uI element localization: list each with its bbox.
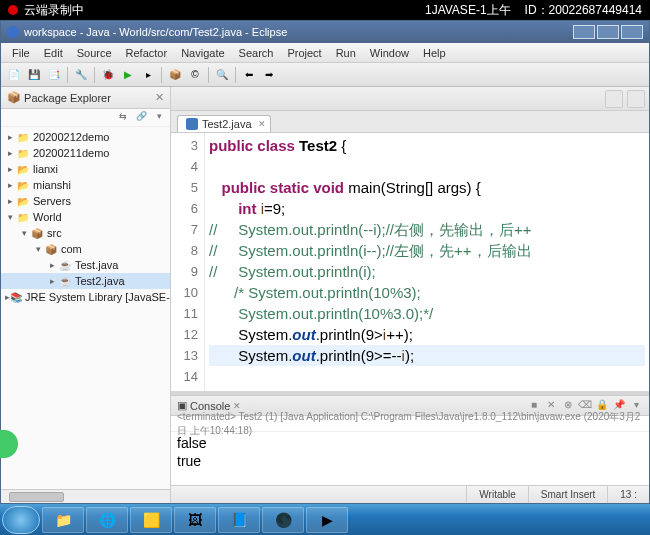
editor-tabs: Test2.java ✕ [171, 111, 649, 133]
console-process-info: <terminated> Test2 (1) [Java Application… [171, 416, 649, 432]
titlebar[interactable]: workspace - Java - World/src/com/Test2.j… [1, 21, 649, 43]
debug-icon[interactable]: 🐞 [99, 66, 117, 84]
tree-item[interactable]: ▾📦src [1, 225, 170, 241]
perspective-bar [171, 87, 649, 111]
menubar: FileEditSourceRefactorNavigateSearchProj… [1, 43, 649, 63]
menu-help[interactable]: Help [416, 45, 453, 61]
start-button[interactable] [2, 506, 40, 534]
menu-refactor[interactable]: Refactor [119, 45, 175, 61]
windows-taskbar: 📁 🌐 🟨 🖼 📘 🌑 ▶ [0, 504, 650, 535]
recording-banner: 云端录制中 1JAVASE-1上午 ID：20022687449414 [0, 0, 650, 20]
window-title: workspace - Java - World/src/com/Test2.j… [24, 26, 287, 38]
taskbar-picpick[interactable]: 🖼 [174, 507, 216, 533]
view-icon: 📦 [7, 91, 21, 104]
java-persp-icon[interactable] [627, 90, 645, 108]
horizontal-scrollbar[interactable] [1, 489, 170, 503]
menu-edit[interactable]: Edit [37, 45, 70, 61]
menu-project[interactable]: Project [280, 45, 328, 61]
taskbar-app1[interactable]: 🟨 [130, 507, 172, 533]
forward-icon[interactable]: ➡ [260, 66, 278, 84]
tree-item[interactable]: ▸📚JRE System Library [JavaSE-1 [1, 289, 170, 305]
tree-item[interactable]: ▸📁20200212demo [1, 129, 170, 145]
toolbar: 📄 💾 📑 🔧 🐞 ▶ ▸ 📦 © 🔍 ⬅ ➡ [1, 63, 649, 87]
menu-run[interactable]: Run [329, 45, 363, 61]
session-id: ID：20022687449414 [525, 2, 642, 19]
tree-item[interactable]: ▾📦com [1, 241, 170, 257]
package-explorer: 📦 Package Explorer ✕ ⇆ 🔗 ▾ ▸📁20200212dem… [1, 87, 171, 503]
status-insert: Smart Insert [528, 486, 607, 503]
menu-source[interactable]: Source [70, 45, 119, 61]
tree-item[interactable]: ▾📁World [1, 209, 170, 225]
console-output[interactable]: falsetrue [171, 432, 649, 485]
menu-search[interactable]: Search [232, 45, 281, 61]
open-persp-icon[interactable] [605, 90, 623, 108]
java-file-icon [186, 118, 198, 130]
save-icon[interactable]: 💾 [25, 66, 43, 84]
run-last-icon[interactable]: ▸ [139, 66, 157, 84]
new-icon[interactable]: 📄 [5, 66, 23, 84]
search-icon[interactable]: 🔍 [213, 66, 231, 84]
project-tree[interactable]: ▸📁20200212demo▸📁20200211demo▸📂lianxi▸📂mi… [1, 127, 170, 489]
link-editor-icon[interactable]: 🔗 [134, 111, 148, 125]
status-bar: Writable Smart Insert 13 : [171, 485, 649, 503]
console-view: ▣ Console ✕ ■ ✕ ⊗ ⌫ 🔒 📌 ▾ <terminated> T [171, 395, 649, 485]
taskbar-eclipse[interactable]: 🌑 [262, 507, 304, 533]
course-label: 1JAVASE-1上午 [425, 2, 511, 19]
code-area[interactable]: public class Test2 { public static void … [205, 133, 649, 391]
menu-window[interactable]: Window [363, 45, 416, 61]
tree-item[interactable]: ▸📂lianxi [1, 161, 170, 177]
save-all-icon[interactable]: 📑 [45, 66, 63, 84]
new-package-icon[interactable]: 📦 [166, 66, 184, 84]
package-explorer-tab[interactable]: 📦 Package Explorer ✕ [1, 87, 170, 109]
collapse-all-icon[interactable]: ⇆ [116, 111, 130, 125]
code-editor[interactable]: 3456789101112131415 public class Test2 {… [171, 133, 649, 391]
tree-item[interactable]: ▸📁20200211demo [1, 145, 170, 161]
eclipse-window: workspace - Java - World/src/com/Test2.j… [0, 20, 650, 504]
menu-navigate[interactable]: Navigate [174, 45, 231, 61]
close-view-icon[interactable]: ✕ [155, 91, 164, 104]
new-class-icon[interactable]: © [186, 66, 204, 84]
close-tab-icon[interactable]: ✕ [258, 119, 266, 129]
status-writable: Writable [466, 486, 528, 503]
line-gutter[interactable]: 3456789101112131415 [171, 133, 205, 391]
view-menu-icon[interactable]: ▾ [152, 111, 166, 125]
back-icon[interactable]: ⬅ [240, 66, 258, 84]
tree-item[interactable]: ▸☕Test2.java [1, 273, 170, 289]
taskbar-explorer[interactable]: 📁 [42, 507, 84, 533]
editor-tab-test2[interactable]: Test2.java ✕ [177, 115, 271, 132]
tree-item[interactable]: ▸☕Test.java [1, 257, 170, 273]
taskbar-word[interactable]: 📘 [218, 507, 260, 533]
open-type-icon[interactable]: 🔧 [72, 66, 90, 84]
close-button[interactable] [621, 25, 643, 39]
tree-item[interactable]: ▸📂mianshi [1, 177, 170, 193]
taskbar-chrome[interactable]: 🌐 [86, 507, 128, 533]
run-icon[interactable]: ▶ [119, 66, 137, 84]
tree-item[interactable]: ▸📂Servers [1, 193, 170, 209]
record-icon [8, 5, 18, 15]
menu-file[interactable]: File [5, 45, 37, 61]
taskbar-media[interactable]: ▶ [306, 507, 348, 533]
maximize-button[interactable] [597, 25, 619, 39]
status-cursor: 13 : [607, 486, 649, 503]
recording-label: 云端录制中 [24, 2, 425, 19]
eclipse-icon [7, 26, 19, 38]
minimize-button[interactable] [573, 25, 595, 39]
